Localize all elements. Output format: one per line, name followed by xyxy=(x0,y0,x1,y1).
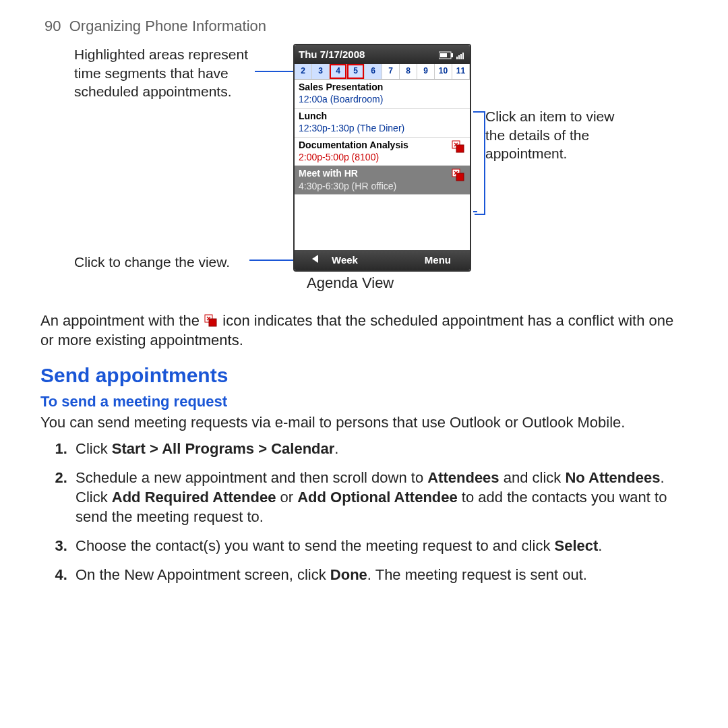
calendar-event[interactable]: Lunch12:30p-1:30p (The Diner) xyxy=(295,109,470,138)
hour-cell: 5 xyxy=(347,64,365,79)
svg-rect-6 xyxy=(458,55,460,59)
section-intro: You can send meeting requests via e-mail… xyxy=(40,413,688,432)
callout-change-view: Click to change the view. xyxy=(74,253,280,272)
event-title: Sales Presentation xyxy=(299,81,466,93)
event-list: Sales Presentation12:00a (Boardroom)Lunc… xyxy=(295,80,470,195)
list-item: Choose the contact(s) you want to send t… xyxy=(71,536,688,555)
list-item: On the New Appointment screen, click Don… xyxy=(71,565,688,584)
svg-rect-4 xyxy=(440,53,447,57)
softkey-bar: Week Menu xyxy=(295,250,470,270)
hour-cell: 7 xyxy=(382,64,400,79)
signal-icon xyxy=(456,51,466,59)
page-header: 90 Organizing Phone Information xyxy=(44,16,688,36)
event-subtitle: 4:30p-6:30p (HR office) xyxy=(299,180,466,192)
hour-cell: 4 xyxy=(330,64,347,79)
list-item: Click Start > All Programs > Calendar. xyxy=(71,439,688,458)
hour-cell: 11 xyxy=(452,64,470,79)
hour-timeline: 234567891011 xyxy=(295,64,470,80)
calendar-event[interactable]: Documentation Analysis2:00p-5:00p (8100) xyxy=(295,138,470,166)
calendar-event[interactable]: Sales Presentation12:00a (Boardroom) xyxy=(295,80,470,109)
agenda-view-diagram: Highlighted areas represent time segment… xyxy=(74,44,654,293)
conflict-icon xyxy=(204,314,218,328)
calendar-event[interactable]: Meet with HR4:30p-6:30p (HR office) xyxy=(295,166,470,195)
event-subtitle: 12:00a (Boardroom) xyxy=(299,93,466,105)
softkey-left[interactable]: Week xyxy=(332,253,358,267)
page-number: 90 xyxy=(44,18,61,34)
event-title: Lunch xyxy=(299,110,466,122)
steps-list: Click Start > All Programs > Calendar.Sc… xyxy=(40,439,688,584)
sub-heading: To send a meeting request xyxy=(40,392,688,411)
event-subtitle: 12:30p-1:30p (The Diner) xyxy=(299,122,466,134)
event-subtitle: 2:00p-5:00p (8100) xyxy=(299,151,466,163)
conflict-icon xyxy=(451,140,466,154)
svg-rect-8 xyxy=(462,53,464,59)
event-title: Documentation Analysis xyxy=(299,139,466,151)
hour-cell: 10 xyxy=(435,64,452,79)
status-icons xyxy=(439,48,466,61)
hour-cell: 3 xyxy=(312,64,330,79)
softkey-right[interactable]: Menu xyxy=(425,253,451,267)
section-heading: Send appointments xyxy=(40,362,688,389)
diagram-caption: Agenda View xyxy=(307,273,468,293)
svg-rect-5 xyxy=(456,57,458,59)
phone-screenshot: Thu 7/17/2008 234567891011 Sales Present… xyxy=(293,44,471,272)
conflict-icon xyxy=(451,169,466,182)
chapter-title: Organizing Phone Information xyxy=(69,18,266,34)
left-arrow-icon xyxy=(312,255,318,263)
phone-date: Thu 7/17/2008 xyxy=(299,48,365,61)
callout-highlighted-areas: Highlighted areas represent time segment… xyxy=(74,45,263,101)
svg-rect-7 xyxy=(460,54,462,59)
phone-title-bar: Thu 7/17/2008 xyxy=(295,45,470,64)
event-title: Meet with HR xyxy=(299,167,466,179)
conflict-icon-explanation: An appointment with the icon indicates t… xyxy=(40,311,688,350)
hour-cell: 8 xyxy=(400,64,417,79)
hour-cell: 9 xyxy=(417,64,435,79)
battery-icon xyxy=(439,51,454,59)
hour-cell: 6 xyxy=(365,64,382,79)
callout-click-item: Click an item to view the details of the… xyxy=(485,107,620,163)
hour-cell: 2 xyxy=(295,64,312,79)
list-item: Schedule a new appointment and then scro… xyxy=(71,468,688,526)
svg-rect-3 xyxy=(451,53,453,57)
